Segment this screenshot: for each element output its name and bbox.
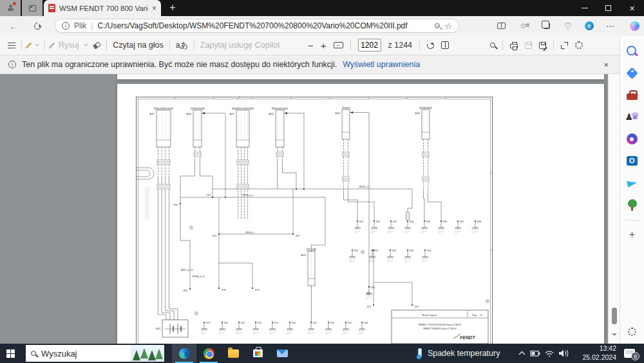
- taskbar-clock[interactable]: 13:42 25.02.2024: [582, 344, 616, 362]
- taskbar-app-edge[interactable]: [172, 344, 196, 363]
- ground-X331: X331: [349, 250, 358, 262]
- pdf-viewport[interactable]: E-box engine controlA057Control consoleA…: [0, 74, 608, 344]
- svg-text:X071: X071: [366, 306, 371, 308]
- zoom-in-button[interactable]: +: [321, 40, 327, 51]
- zoom-out-button[interactable]: −: [308, 40, 314, 51]
- refresh-button[interactable]: [30, 19, 44, 33]
- volume-icon[interactable]: [559, 350, 568, 357]
- page-number-input[interactable]: [358, 39, 381, 52]
- svg-text:X506: X506: [330, 322, 335, 324]
- wire: [200, 159, 213, 197]
- office-icon[interactable]: [625, 132, 639, 146]
- tab-actions-button[interactable]: [22, 0, 43, 16]
- chevron-up-icon[interactable]: [519, 352, 525, 355]
- component-A057: E-box engine controlA057: [150, 107, 173, 190]
- notification-center-button[interactable]: 6: [624, 349, 635, 358]
- save-icon[interactable]: [525, 42, 532, 49]
- translate-icon[interactable]: aあ: [176, 40, 188, 51]
- more-menu-button[interactable]: ⋯: [603, 19, 618, 33]
- wifi-icon[interactable]: [545, 351, 553, 357]
- search-decoration-trees: [131, 345, 164, 362]
- search-icon[interactable]: [625, 44, 639, 59]
- info-icon[interactable]: i: [62, 22, 70, 30]
- notice-close-icon[interactable]: ×: [603, 60, 609, 70]
- eraser-icon[interactable]: [93, 41, 101, 49]
- draw-chevron-icon[interactable]: [84, 42, 88, 46]
- fit-to-width-icon[interactable]: ↔: [334, 42, 343, 48]
- browser-essentials-button[interactable]: ♡: [560, 19, 576, 33]
- zoom-out-page-icon[interactable]: [435, 23, 440, 28]
- svg-text:Instrument cluster white: Instrument cluster white: [232, 107, 254, 110]
- tab-close-icon[interactable]: ×: [152, 4, 156, 13]
- scrollbar-down-arrow-icon[interactable]: [612, 333, 617, 338]
- svg-text:E-box engine control: E-box engine control: [154, 107, 173, 110]
- profile-button[interactable]: [0, 0, 21, 16]
- taskbar-app-chrome[interactable]: [196, 344, 221, 363]
- weather-widget[interactable]: Spadek temperatury: [417, 348, 500, 359]
- previous-page-edge: [117, 74, 604, 79]
- drop-icon[interactable]: [625, 176, 639, 190]
- svg-text:X505: X505: [313, 322, 317, 324]
- rewards-button[interactable]: e: [582, 19, 597, 33]
- draw-pen-icon[interactable]: [49, 42, 55, 48]
- pdf-scrollbar[interactable]: [608, 74, 620, 344]
- taskbar-app-mail[interactable]: [270, 344, 294, 363]
- sidebar-add-button[interactable]: +: [629, 228, 636, 241]
- wire: [166, 178, 174, 320]
- highlighter-icon[interactable]: [26, 42, 32, 48]
- view-permissions-link[interactable]: Wyświetl uprawnienia: [343, 60, 420, 69]
- address-bar[interactable]: i Plik | C:/Users/VagSoft/Desktop/WSM%20…: [55, 19, 459, 33]
- toolbox-icon[interactable]: [625, 88, 639, 103]
- taskbar-apps: [172, 344, 294, 363]
- read-aloud-button[interactable]: Czytaj na głos: [113, 41, 164, 50]
- tree-icon[interactable]: [625, 198, 639, 212]
- taskbar-search-box[interactable]: Wyszukaj: [26, 345, 164, 362]
- store-icon: [253, 349, 263, 357]
- page-view-icon[interactable]: [441, 41, 449, 49]
- window-maximize-button[interactable]: [596, 0, 620, 16]
- wire: [202, 113, 225, 198]
- browser-tab[interactable]: WSM FENDT 700 800 Vario COM ×: [44, 0, 161, 16]
- collections-button[interactable]: [539, 19, 554, 33]
- mail-icon: [277, 349, 288, 357]
- taskbar-app-explorer[interactable]: [221, 344, 245, 363]
- shopping-icon[interactable]: [625, 66, 639, 81]
- rotate-icon[interactable]: [426, 41, 435, 49]
- back-arrow-icon: ←: [9, 21, 19, 32]
- wire: [428, 191, 442, 221]
- battery-G001: G001: [155, 320, 188, 337]
- window-close-button[interactable]: ×: [620, 0, 644, 16]
- split-screen-button[interactable]: [493, 19, 509, 33]
- ground-X505: X505: [308, 322, 317, 335]
- sidebar-settings-gear-icon[interactable]: [628, 328, 636, 336]
- component-A014: EPC-OBEA014: [301, 248, 316, 286]
- favorite-star-icon[interactable]: ☆: [444, 21, 452, 31]
- battery-icon[interactable]: [531, 351, 540, 357]
- document-search-icon[interactable]: [490, 43, 495, 48]
- ask-copilot-button[interactable]: Zapytaj usługę Copilot: [200, 41, 280, 50]
- start-button[interactable]: [0, 344, 26, 363]
- save-as-icon[interactable]: [539, 42, 546, 49]
- wire: [158, 178, 167, 320]
- window-minimize-button[interactable]: [573, 0, 596, 16]
- games-icon[interactable]: [625, 110, 639, 124]
- refresh-icon: [32, 21, 42, 30]
- outlook-icon[interactable]: [625, 154, 639, 168]
- ground-X501: X501: [236, 322, 245, 335]
- favorites-button[interactable]: ☆: [515, 19, 531, 33]
- taskbar-app-store[interactable]: [245, 344, 270, 363]
- wire: [180, 204, 190, 289]
- highlighter-chevron-icon[interactable]: [35, 42, 39, 46]
- clock-date: 25.02.2024: [582, 353, 616, 362]
- pdf-settings-gear-icon[interactable]: [575, 41, 583, 49]
- new-tab-button[interactable]: +: [166, 1, 180, 15]
- scrollbar-thumb[interactable]: [612, 308, 617, 324]
- table-of-contents-icon[interactable]: [8, 43, 15, 48]
- draw-label[interactable]: Rysuj: [59, 41, 79, 50]
- ground-X306: X306: [438, 221, 447, 233]
- copilot-button[interactable]: [627, 19, 642, 33]
- print-icon[interactable]: [510, 44, 518, 48]
- fullscreen-icon[interactable]: [561, 42, 568, 49]
- system-tray[interactable]: [516, 348, 573, 358]
- back-button[interactable]: ←: [6, 19, 21, 33]
